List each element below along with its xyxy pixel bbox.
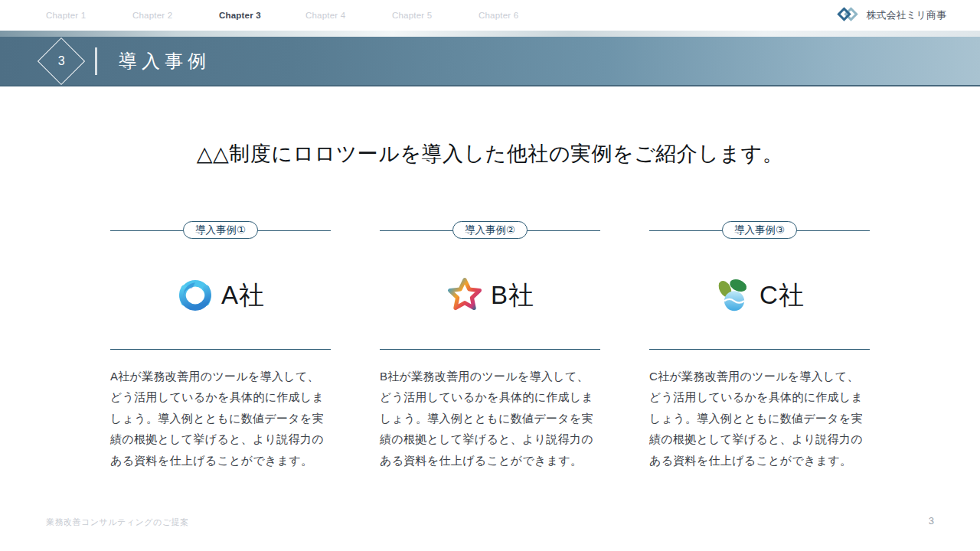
tab-chapter-3[interactable]: Chapter 3	[219, 11, 305, 20]
tab-chapter-4[interactable]: Chapter 4	[305, 11, 392, 20]
case-badge: 導入事例③	[722, 221, 797, 240]
section-number-diamond: 3	[38, 37, 85, 84]
company-a-name: A社	[221, 279, 265, 313]
case-description: C社が業務改善用のツールを導入して、どう活用しているかを具体的に作成しましょう。…	[649, 366, 870, 471]
tab-chapter-1[interactable]: Chapter 1	[46, 11, 132, 20]
footer-document-title: 業務改善コンサルティングのご提案	[46, 517, 189, 528]
case-column-b: 導入事例② B社 B社が業務改善用のツールを導入して、どう活用しているかを具体的…	[380, 220, 600, 471]
case-description: B社が業務改善用のツールを導入して、どう活用しているかを具体的に作成しましょう。…	[380, 366, 600, 471]
band-sheen-stripe	[0, 31, 980, 37]
double-diamond-icon	[838, 8, 861, 23]
tab-chapter-6[interactable]: Chapter 6	[479, 11, 565, 20]
slide-headline: △△制度にロロツールを導入した他社の実例をご紹介します。	[0, 140, 980, 168]
company-c-name: C社	[760, 279, 805, 313]
company-name: 株式会社ミリ商事	[866, 8, 946, 22]
section-number: 3	[58, 54, 65, 68]
tab-chapter-2[interactable]: Chapter 2	[132, 11, 219, 20]
case-column-c: 導入事例③ C社 C社が業務改善用のツールを導入して、どう活用しているかを具体的…	[649, 220, 870, 471]
tab-chapter-5[interactable]: Chapter 5	[392, 11, 479, 20]
company-b-name: B社	[491, 279, 534, 313]
case-columns: 導入事例① A社 A社が業務改善用のツールを導入して、どう活用しているかを具体的…	[110, 220, 870, 471]
swirl-circle-logo	[176, 276, 214, 315]
footer-page-number: 3	[929, 515, 934, 527]
column-rule-line	[380, 349, 600, 350]
column-rule-line	[110, 349, 331, 350]
company-brand: 株式会社ミリ商事	[838, 0, 946, 31]
section-header-band: 3 導入事例	[0, 31, 980, 86]
top-nav-bar: Chapter 1 Chapter 2 Chapter 3 Chapter 4 …	[0, 0, 980, 31]
section-title: 導入事例	[119, 49, 211, 73]
case-badge: 導入事例②	[452, 221, 528, 240]
leaf-droplet-logo	[714, 276, 753, 315]
case-badge: 導入事例①	[183, 221, 258, 240]
column-rule-line	[649, 349, 870, 350]
multicolor-star-logo	[446, 276, 484, 315]
case-column-a: 導入事例① A社 A社が業務改善用のツールを導入して、どう活用しているかを具体的…	[110, 220, 331, 471]
title-divider	[95, 47, 97, 75]
chapter-tabs: Chapter 1 Chapter 2 Chapter 3 Chapter 4 …	[46, 11, 565, 20]
case-description: A社が業務改善用のツールを導入して、どう活用しているかを具体的に作成しましょう。…	[110, 366, 331, 471]
